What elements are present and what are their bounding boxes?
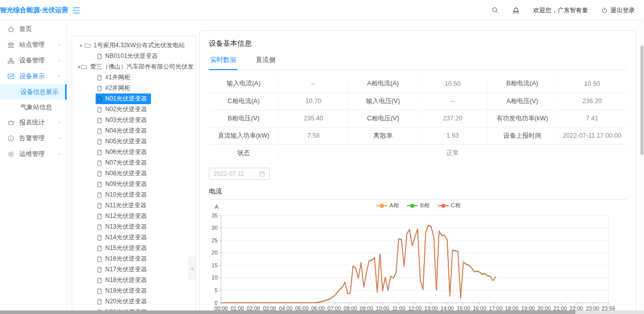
tree-node-label: N03光伏逆变器 bbox=[105, 116, 147, 124]
sidebar-item-label: 报表统计 bbox=[19, 118, 52, 127]
tree-node-label: N15光伏逆变器 bbox=[105, 244, 147, 253]
tree-node[interactable]: NB0101光伏逆变器 bbox=[75, 51, 194, 61]
tree-node[interactable]: #1并网柜 bbox=[75, 72, 194, 83]
field-label: B相电压(V) bbox=[209, 110, 279, 127]
caret-down-icon[interactable]: ▾ bbox=[77, 64, 81, 70]
file-icon bbox=[97, 267, 103, 273]
table-row: C相电流(A)10.70输入电压(V)--A相电压(V)236.20 bbox=[209, 92, 627, 110]
sidebar-item-device-display[interactable]: 设备展示 bbox=[0, 69, 67, 84]
tree-node[interactable]: N07光伏逆变器 bbox=[75, 158, 194, 168]
alert-circle-icon bbox=[7, 135, 15, 142]
field-label: A相电压(V) bbox=[487, 92, 557, 110]
logout-label: 退出登录 bbox=[610, 6, 635, 15]
chart-plot: 05101520253035A00:0001:0002:0003:0004:00… bbox=[209, 202, 628, 312]
tree-node[interactable]: N02光伏逆变器 bbox=[75, 104, 194, 115]
tree-node[interactable]: N12光伏逆变器 bbox=[75, 211, 194, 222]
sidebar-subitem-device-info[interactable]: 设备信息展示 bbox=[0, 84, 67, 100]
tree-node[interactable]: N08光伏逆变器 bbox=[75, 168, 194, 179]
tree-node-label: #2并网柜 bbox=[105, 84, 130, 92]
file-icon bbox=[97, 277, 103, 284]
tree-node[interactable]: ▾1号家用4.32kW分布式光伏发电站 bbox=[75, 40, 194, 51]
svg-text:A: A bbox=[214, 204, 218, 210]
field-label: 有功发电功率(kW) bbox=[487, 110, 557, 127]
tree-node[interactable]: N13光伏逆变器 bbox=[75, 222, 194, 232]
svg-text:30: 30 bbox=[211, 225, 218, 231]
tree-node[interactable]: N05光伏逆变器 bbox=[75, 136, 194, 147]
tree-node[interactable]: N09光伏逆变器 bbox=[75, 179, 194, 190]
svg-text:25: 25 bbox=[211, 237, 218, 243]
tree-node[interactable]: N19光伏逆变器 bbox=[75, 286, 194, 296]
tree-node[interactable]: N18光伏逆变器 bbox=[75, 275, 194, 286]
field-value: 10.50 bbox=[418, 75, 487, 92]
legend-marker-icon bbox=[438, 204, 449, 208]
sidebar-item-label: 首页 bbox=[19, 25, 62, 34]
table-row: B相电压(V)235.40C相电压(V)237.20有功发电功率(kW)7.41 bbox=[209, 110, 627, 127]
field-value: 2022-07-11 17:00:00 bbox=[557, 127, 627, 144]
device-tree-panel: ▾1号家用4.32kW分布式光伏发电站NB0101光伏逆变器▾爱三（佛山）汽车部… bbox=[72, 36, 196, 314]
legend-item[interactable]: C相 bbox=[438, 202, 461, 209]
file-icon bbox=[97, 299, 103, 305]
alarm-icon[interactable] bbox=[512, 6, 520, 14]
tree-node-label: N07光伏逆变器 bbox=[105, 159, 147, 167]
file-icon bbox=[97, 192, 103, 198]
folder-icon bbox=[81, 64, 87, 70]
sidebar-item-home[interactable]: 首页 bbox=[0, 21, 67, 37]
caret-down-icon[interactable]: ▾ bbox=[77, 43, 84, 48]
file-icon bbox=[97, 117, 103, 123]
tree-node[interactable]: N10光伏逆变器 bbox=[75, 190, 194, 200]
file-icon bbox=[97, 85, 103, 91]
file-icon bbox=[97, 128, 103, 134]
tree-node[interactable]: #2并网柜 bbox=[75, 83, 194, 93]
field-label: 输入电流(A) bbox=[209, 75, 279, 92]
sidebar-subitem-weather-info[interactable]: 气象站信息 bbox=[0, 100, 67, 115]
file-icon bbox=[97, 139, 103, 145]
horizontal-scrollbar-thumb[interactable] bbox=[0, 310, 575, 314]
tree-node[interactable]: N17光伏逆变器 bbox=[75, 264, 194, 275]
legend-item[interactable]: A相 bbox=[376, 202, 398, 209]
tree-node-label: N16光伏逆变器 bbox=[105, 255, 147, 263]
tree-node[interactable]: N20光伏逆变器 bbox=[75, 296, 194, 307]
tab-dc-side[interactable]: 直流侧 bbox=[255, 52, 277, 70]
crown-icon bbox=[7, 119, 15, 127]
field-value: 10.50 bbox=[557, 75, 627, 92]
tree-node[interactable]: N04光伏逆变器 bbox=[75, 125, 194, 136]
vertical-scrollbar-thumb[interactable] bbox=[640, 46, 643, 155]
tree-node[interactable]: N15光伏逆变器 bbox=[75, 243, 194, 254]
sidebar-item-device-mgmt[interactable]: 设备管理 bbox=[0, 53, 67, 69]
logout-button[interactable]: 退出登录 bbox=[601, 6, 635, 15]
menu-fold-icon[interactable] bbox=[72, 6, 81, 15]
tree-node[interactable]: N03光伏逆变器 bbox=[75, 115, 194, 125]
sidebar-item-report-stats[interactable]: 报表统计 bbox=[0, 115, 67, 131]
home-icon bbox=[7, 25, 15, 33]
legend-item[interactable]: B相 bbox=[407, 202, 430, 209]
field-value: 正常 bbox=[279, 144, 627, 162]
sidebar-item-label: 设备展示 bbox=[19, 72, 52, 81]
sidebar-item-ops-mgmt[interactable]: 运维管理 bbox=[0, 146, 67, 162]
tree-node-label: 爱三（佛山）汽车部件有限公司光伏发 bbox=[90, 62, 194, 71]
sidebar-item-site-mgmt[interactable]: 站点管理 bbox=[0, 37, 67, 53]
tree-node[interactable]: N11光伏逆变器 bbox=[75, 200, 194, 211]
device-info-table: 输入电流(A)--A相电流(A)10.50B相电流(A)10.50C相电流(A)… bbox=[209, 75, 627, 162]
tab-realtime-data[interactable]: 实时数据 bbox=[209, 52, 237, 70]
tree-node[interactable]: N01光伏逆变器 bbox=[75, 93, 194, 104]
tree-node-label: N17光伏逆变器 bbox=[105, 265, 147, 274]
tree-node[interactable]: N06光伏逆变器 bbox=[75, 147, 194, 158]
field-label: 状态 bbox=[209, 144, 279, 162]
tree-node[interactable]: N14光伏逆变器 bbox=[75, 232, 194, 243]
file-icon bbox=[97, 53, 103, 59]
section-divider bbox=[209, 199, 627, 200]
search-icon[interactable] bbox=[492, 7, 499, 14]
date-picker[interactable]: 2022-07-11 bbox=[209, 168, 270, 180]
field-label: 直流输入功率(kW) bbox=[209, 127, 279, 144]
tree-node-label: N13光伏逆变器 bbox=[105, 223, 147, 231]
tree-node[interactable]: N16光伏逆变器 bbox=[75, 254, 194, 264]
poweroff-icon bbox=[601, 7, 608, 14]
svg-text:20: 20 bbox=[211, 249, 218, 256]
svg-text:15: 15 bbox=[211, 262, 218, 268]
cluster-icon bbox=[7, 57, 15, 65]
tree-node[interactable]: ▾爱三（佛山）汽车部件有限公司光伏发 bbox=[75, 61, 194, 72]
top-header: 智光综合能源-光伏运营 欢迎您，广东智有量 退出登录 bbox=[0, 0, 644, 20]
file-icon bbox=[97, 256, 103, 262]
tree-collapse-handle[interactable]: « bbox=[189, 257, 196, 279]
sidebar-item-alarm-mgmt[interactable]: 告警管理 bbox=[0, 131, 67, 146]
